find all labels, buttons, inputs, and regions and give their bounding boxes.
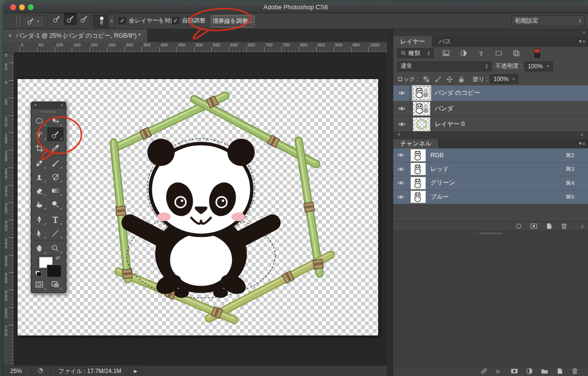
- default-colors-icon[interactable]: [35, 271, 41, 276]
- status-menu-arrow[interactable]: ▶: [129, 366, 142, 376]
- subtract-from-selection-brush-button[interactable]: [78, 13, 90, 25]
- close-window-button[interactable]: [10, 4, 16, 10]
- tool-type[interactable]: [47, 212, 63, 226]
- tool-move[interactable]: [47, 114, 63, 127]
- panel-menu-icon[interactable]: ▼≡: [578, 139, 588, 148]
- layer-row[interactable]: レイヤー 0: [393, 117, 588, 132]
- trash-icon[interactable]: [571, 367, 579, 376]
- auto-enhance-checkbox[interactable]: ✓ 自動調整: [172, 17, 205, 25]
- close-panel-icon[interactable]: ×: [34, 103, 37, 107]
- document-tab[interactable]: × パンダ-1 @ 25% (パンダ のコピー, RGB/8*) *: [3, 29, 148, 42]
- tool-healing-brush[interactable]: [31, 156, 47, 170]
- layer-row[interactable]: パンダ: [393, 101, 588, 117]
- tool-dodge[interactable]: [47, 197, 63, 211]
- brush-size-dropdown-arrow[interactable]: ▼: [109, 15, 115, 28]
- tool-zoom[interactable]: [47, 241, 63, 255]
- layer-visibility-toggle[interactable]: [393, 85, 410, 101]
- collapse-panel-icon[interactable]: «: [61, 103, 63, 107]
- fx-icon[interactable]: fx: [495, 367, 504, 376]
- tools-palette-header[interactable]: × «: [31, 102, 66, 109]
- new-selection-brush-button[interactable]: [50, 13, 63, 25]
- tool-gradient[interactable]: [47, 184, 63, 197]
- options-bar-grip[interactable]: [16, 16, 21, 26]
- channel-row[interactable]: レッド⌘3: [393, 163, 588, 177]
- trash-icon[interactable]: [560, 222, 568, 230]
- background-color-swatch[interactable]: [47, 265, 61, 277]
- filter-pixel-icon[interactable]: [442, 49, 450, 58]
- channel-row[interactable]: ブルー⌘5: [393, 190, 588, 205]
- tool-brush[interactable]: [47, 156, 63, 170]
- layer-visibility-toggle[interactable]: [393, 101, 410, 116]
- layer-filter-type-dropdown[interactable]: 種類 ▲▼: [397, 48, 433, 58]
- tool-smudge[interactable]: [31, 197, 47, 211]
- tool-elliptical-marquee[interactable]: [31, 114, 47, 127]
- filter-adjust-icon[interactable]: [460, 49, 468, 58]
- new-layer-icon[interactable]: [545, 222, 553, 230]
- tool-history-brush[interactable]: [47, 170, 63, 184]
- tool-hand[interactable]: [31, 241, 47, 255]
- adjustment-icon[interactable]: [526, 367, 534, 376]
- channel-row[interactable]: RGB⌘2: [393, 148, 588, 163]
- new-layer-icon[interactable]: [556, 367, 564, 376]
- channel-thumbnail[interactable]: [410, 149, 426, 162]
- tool-path-selection[interactable]: [31, 226, 47, 240]
- dock-divider[interactable]: [387, 29, 393, 376]
- add-to-selection-brush-button[interactable]: [64, 13, 77, 25]
- brush-size-picker[interactable]: 8: [93, 15, 110, 28]
- tab-layers[interactable]: レイヤー: [393, 36, 432, 47]
- tool-eraser[interactable]: [31, 184, 47, 197]
- tool-preset-picker[interactable]: ▼: [22, 16, 44, 27]
- blend-mode-dropdown[interactable]: 通常 ▲▼: [397, 62, 491, 71]
- tab-paths[interactable]: パス: [432, 36, 458, 47]
- load-selection-icon[interactable]: [515, 222, 523, 230]
- collapse-to-icons-icon[interactable]: »: [583, 30, 585, 35]
- panel-resize-grip[interactable]: ◢: [580, 221, 585, 230]
- tool-screen-mode[interactable]: [47, 277, 63, 291]
- tool-quick-mask[interactable]: [31, 277, 47, 291]
- refine-edge-button[interactable]: 境界線を調整...: [211, 15, 255, 27]
- collapse-panel-icon[interactable]: «: [580, 132, 583, 137]
- link-icon[interactable]: [480, 367, 488, 376]
- fill-field[interactable]: 100% ▼: [490, 74, 518, 84]
- layer-row[interactable]: パンダ のコピー: [393, 85, 588, 101]
- filter-shape-icon[interactable]: [495, 49, 503, 58]
- mask-icon[interactable]: [510, 367, 519, 376]
- tool-line[interactable]: [47, 226, 63, 240]
- minimize-window-button[interactable]: [19, 4, 25, 10]
- layer-thumbnail[interactable]: [413, 117, 430, 131]
- tab-channels[interactable]: チャンネル: [393, 139, 438, 148]
- zoom-window-button[interactable]: [28, 4, 34, 10]
- canvas[interactable]: [18, 79, 378, 335]
- zoom-level-field[interactable]: 25%: [3, 366, 32, 376]
- swap-colors-icon[interactable]: ⇄: [56, 255, 60, 260]
- workspace-preset-dropdown[interactable]: 初期設定 ▲▼: [511, 15, 585, 26]
- tool-pen[interactable]: [31, 212, 47, 226]
- lock-pixels-icon[interactable]: [434, 76, 442, 83]
- channel-visibility-toggle[interactable]: [393, 148, 408, 162]
- channel-thumbnail[interactable]: [410, 177, 426, 189]
- lock-position-icon[interactable]: [446, 76, 453, 83]
- lock-transparent-icon[interactable]: [423, 76, 430, 83]
- close-document-icon[interactable]: ×: [8, 32, 12, 39]
- panel-menu-icon[interactable]: ▼≡: [578, 36, 588, 47]
- channel-visibility-toggle[interactable]: [393, 190, 408, 204]
- layer-filtering-toggle[interactable]: [534, 48, 540, 58]
- channel-visibility-toggle[interactable]: [393, 163, 408, 176]
- lock-all-icon[interactable]: [458, 76, 465, 83]
- layer-thumbnail[interactable]: [413, 86, 430, 100]
- channel-thumbnail[interactable]: [410, 163, 426, 175]
- tool-eyedropper[interactable]: [47, 141, 63, 155]
- tool-clone-stamp[interactable]: [31, 170, 47, 184]
- tool-lasso[interactable]: [31, 127, 47, 141]
- save-selection-icon[interactable]: [530, 222, 538, 230]
- channel-row[interactable]: グリーン⌘4: [393, 176, 588, 190]
- filter-type-icon[interactable]: T: [477, 49, 486, 58]
- layer-thumbnail[interactable]: [413, 102, 430, 116]
- filter-smart-icon[interactable]: [512, 49, 521, 58]
- layer-visibility-toggle[interactable]: [393, 117, 410, 131]
- tool-crop[interactable]: [31, 141, 47, 155]
- tool-quick-selection[interactable]: [47, 127, 63, 141]
- close-panel-icon[interactable]: ×: [398, 132, 401, 137]
- folder-icon[interactable]: [541, 367, 549, 376]
- channel-thumbnail[interactable]: [410, 190, 426, 203]
